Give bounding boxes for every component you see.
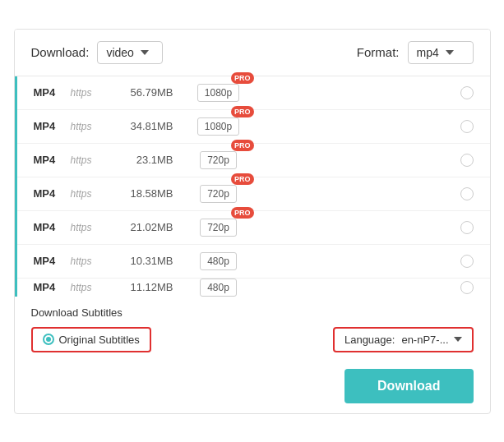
subtitles-title: Download Subtitles <box>31 306 474 319</box>
format-protocol-2: https <box>71 121 104 132</box>
quality-badge-7: 480p <box>182 279 256 297</box>
pro-badge-1: PRO <box>231 72 254 84</box>
format-size-5: 21.02MB <box>112 221 173 233</box>
format-arrow-icon <box>446 50 454 55</box>
format-type-1: MP4 <box>34 86 62 99</box>
format-row-5: MP4 https 21.02MB 720p PRO <box>17 211 490 245</box>
quality-badge-5: 720p PRO <box>182 219 256 237</box>
format-type-6: MP4 <box>34 255 62 267</box>
format-row-6: MP4 https 10.31MB 480p <box>17 245 490 279</box>
select-radio-1[interactable] <box>460 86 474 99</box>
download-button[interactable]: Download <box>344 369 473 403</box>
format-protocol-5: https <box>71 222 104 233</box>
top-bar: Download: video Format: mp4 <box>15 30 490 76</box>
bottom-bar: Download <box>15 359 490 413</box>
language-value: en-nP7-... <box>401 334 448 346</box>
format-size-4: 18.58MB <box>112 187 173 200</box>
subtitles-section: Download Subtitles Original Subtitles La… <box>15 297 490 359</box>
format-size-1: 56.79MB <box>112 86 173 99</box>
format-select[interactable]: mp4 <box>408 41 474 64</box>
quality-box-4: 720p <box>200 185 237 203</box>
pro-badge-2: PRO <box>231 106 254 117</box>
quality-badge-1: 1080p PRO <box>182 84 256 102</box>
quality-badge-4: 720p PRO <box>182 185 256 203</box>
quality-box-7: 480p <box>200 279 237 297</box>
format-type-3: MP4 <box>34 154 62 166</box>
quality-box-6: 480p <box>200 252 237 270</box>
quality-box-2: 1080p <box>197 117 239 136</box>
pro-badge-4: PRO <box>231 173 254 185</box>
select-radio-6[interactable] <box>460 255 474 268</box>
select-radio-4[interactable] <box>460 187 474 200</box>
pro-badge-3: PRO <box>231 140 254 151</box>
format-size-6: 10.31MB <box>112 255 173 267</box>
quality-badge-6: 480p <box>182 252 256 270</box>
language-label: Language: <box>344 334 395 346</box>
language-arrow-icon <box>454 337 462 342</box>
original-subtitles-option[interactable]: Original Subtitles <box>31 327 151 352</box>
quality-badge-3: 720p PRO <box>182 151 256 169</box>
video-type-select[interactable]: video <box>97 41 163 64</box>
format-protocol-3: https <box>71 154 104 166</box>
language-select[interactable]: en-nP7-... <box>401 334 461 346</box>
quality-badge-2: 1080p PRO <box>182 117 256 136</box>
select-radio-2[interactable] <box>460 120 474 133</box>
radio-teal-inner <box>46 337 51 342</box>
quality-box-5: 720p <box>200 219 237 237</box>
format-list: MP4 https 56.79MB 1080p PRO MP4 https 34… <box>15 76 490 297</box>
format-type-4: MP4 <box>34 187 62 200</box>
pro-badge-5: PRO <box>231 207 254 219</box>
format-size-2: 34.81MB <box>112 120 173 132</box>
video-type-value: video <box>106 46 133 59</box>
format-size-7: 11.12MB <box>112 281 173 293</box>
format-section: Format: mp4 <box>357 41 474 64</box>
original-subtitles-radio <box>43 334 54 345</box>
format-type-5: MP4 <box>34 221 62 233</box>
select-radio-5[interactable] <box>460 221 474 234</box>
format-row-2: MP4 https 34.81MB 1080p PRO <box>17 110 490 144</box>
format-row-3: MP4 https 23.1MB 720p PRO <box>17 144 490 177</box>
select-radio-7[interactable] <box>460 281 474 294</box>
format-row-1: MP4 https 56.79MB 1080p PRO <box>17 76 490 110</box>
format-protocol-7: https <box>71 282 104 293</box>
format-protocol-4: https <box>71 188 104 200</box>
download-type-section: Download: video <box>31 41 164 64</box>
download-label: Download: <box>31 45 90 59</box>
original-subtitles-label: Original Subtitles <box>59 334 140 346</box>
video-type-arrow-icon <box>141 50 149 55</box>
format-type-2: MP4 <box>34 120 62 132</box>
format-row-4: MP4 https 18.58MB 720p PRO <box>17 177 490 211</box>
format-row-7-partial: MP4 https 11.12MB 480p <box>17 279 490 297</box>
format-protocol-1: https <box>71 87 104 99</box>
language-area: Language: en-nP7-... <box>333 327 474 352</box>
format-protocol-6: https <box>71 256 104 267</box>
quality-box-3: 720p <box>200 151 237 169</box>
main-container: Download: video Format: mp4 MP4 https 56… <box>14 29 491 414</box>
format-size-3: 23.1MB <box>112 154 173 166</box>
subtitles-controls: Original Subtitles Language: en-nP7-... <box>31 327 474 352</box>
quality-box-1: 1080p <box>197 84 239 102</box>
select-radio-3[interactable] <box>460 154 474 167</box>
format-label: Format: <box>357 45 400 59</box>
format-type-7: MP4 <box>34 281 62 293</box>
format-value: mp4 <box>417 46 439 59</box>
